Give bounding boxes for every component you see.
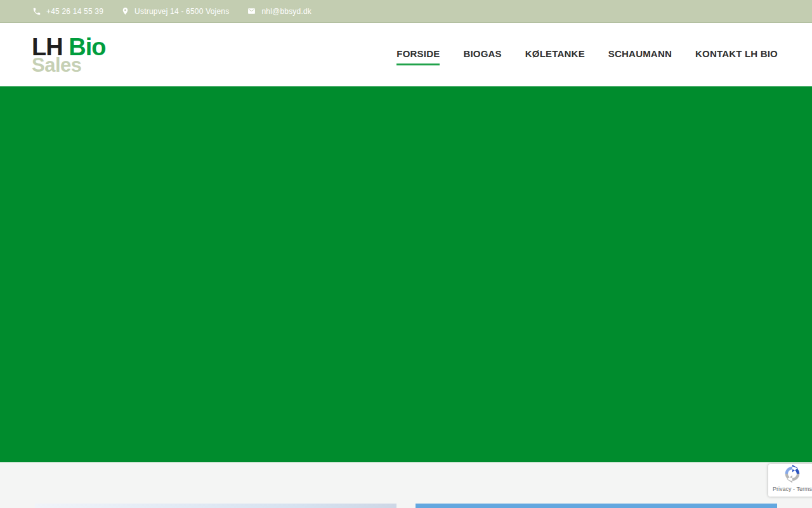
phone-icon: [32, 7, 41, 16]
hero-slider: [0, 86, 812, 462]
topbar-email-text: nhl@bbsyd.dk: [261, 7, 311, 16]
recaptcha-privacy-terms-link[interactable]: Privacy - Terms: [768, 486, 812, 492]
recaptcha-icon: [783, 474, 802, 485]
nav-item-forside[interactable]: FORSIDE: [396, 44, 440, 65]
nav-item-kontakt[interactable]: KONTAKT LH BIO: [695, 44, 778, 65]
topbar-email-link[interactable]: nhl@bbsyd.dk: [247, 7, 311, 16]
sky-image: [35, 504, 396, 508]
blue-image: [416, 504, 777, 508]
topbar-phone-text: +45 26 14 55 39: [46, 7, 103, 16]
content-section: [0, 462, 812, 508]
main-nav: FORSIDE BIOGAS KØLETANKE SCHAUMANN KONTA…: [396, 44, 778, 65]
topbar: +45 26 14 55 39 Ustrupvej 14 - 6500 Voje…: [0, 0, 812, 23]
mail-icon: [247, 7, 256, 15]
nav-item-biogas[interactable]: BIOGAS: [463, 44, 501, 65]
topbar-address: Ustrupvej 14 - 6500 Vojens: [121, 6, 229, 16]
site-logo[interactable]: LH Bio Sales: [32, 35, 105, 75]
topbar-address-text: Ustrupvej 14 - 6500 Vojens: [134, 7, 229, 16]
nav-item-schaumann[interactable]: SCHAUMANN: [608, 44, 672, 65]
card-row: [35, 462, 777, 508]
nav-item-koletanke[interactable]: KØLETANKE: [525, 44, 585, 65]
topbar-phone-link[interactable]: +45 26 14 55 39: [32, 7, 103, 16]
site-header: LH Bio Sales FORSIDE BIOGAS KØLETANKE SC…: [0, 23, 812, 86]
recaptcha-badge[interactable]: Privacy - Terms: [768, 464, 812, 497]
location-pin-icon: [121, 6, 129, 16]
